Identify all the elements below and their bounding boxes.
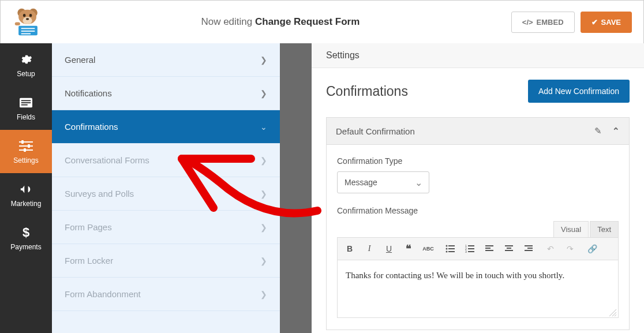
svg-rect-25	[448, 248, 455, 249]
svg-rect-42	[525, 250, 533, 251]
nav-marketing-label: Marketing	[11, 200, 42, 208]
save-button[interactable]: ✔ SAVE	[581, 12, 632, 33]
confirmation-accordion: Default Confirmation ✎ ⌃ Confirmation Ty…	[326, 117, 630, 330]
add-confirmation-button[interactable]: Add New Confirmation	[528, 80, 630, 103]
sliders-icon	[19, 139, 33, 153]
align-left-icon[interactable]	[482, 241, 497, 256]
nav-settings-label: Settings	[13, 156, 38, 164]
svg-rect-33	[468, 251, 474, 252]
content-header: Settings	[312, 43, 644, 68]
sub-general[interactable]: General ❯	[52, 43, 280, 77]
list-icon	[19, 96, 33, 110]
section-title-row: Confirmations Add New Confirmation	[326, 80, 630, 103]
numbered-list-icon[interactable]: 123	[462, 241, 477, 256]
preview-gap	[280, 43, 312, 333]
bold-icon[interactable]: B	[342, 241, 357, 256]
chevron-right-icon: ❯	[260, 290, 267, 299]
embed-button[interactable]: </> EMBED	[511, 12, 575, 33]
embed-label: EMBED	[537, 18, 564, 27]
svg-rect-13	[21, 100, 31, 101]
sub-confirmations[interactable]: Confirmations ⌄	[52, 110, 280, 144]
svg-rect-35	[485, 248, 491, 249]
svg-rect-10	[21, 33, 31, 35]
accordion-actions: ✎ ⌃	[594, 126, 620, 136]
section-title: Confirmations	[326, 84, 408, 99]
tab-text[interactable]: Text	[590, 221, 619, 237]
redo-icon[interactable]: ↷	[563, 241, 578, 256]
settings-subpanel[interactable]: General ❯ Notifications ❯ Confirmations …	[52, 43, 280, 333]
sub-form-pages-label: Form Pages	[65, 222, 112, 232]
check-icon: ✔	[591, 18, 598, 27]
chevron-down-icon: ⌄	[260, 122, 267, 132]
svg-rect-15	[21, 104, 28, 105]
nav-payments-label: Payments	[10, 243, 41, 251]
editor-section: Confirmation Message Visual Text B I U ❝…	[337, 206, 619, 318]
editor-toolbar: B I U ❝ ABC 123	[337, 237, 619, 260]
svg-point-4	[23, 14, 26, 17]
sub-form-abandonment-label: Form Abandonment	[65, 289, 141, 299]
svg-rect-36	[485, 250, 493, 251]
strikethrough-icon[interactable]: ABC	[421, 241, 436, 256]
svg-rect-17	[19, 145, 33, 147]
svg-rect-8	[21, 28, 35, 29]
svg-rect-20	[28, 144, 30, 148]
sub-general-label: General	[65, 55, 95, 65]
editor-content: Thanks for contacting us! We will be in …	[346, 271, 564, 280]
svg-point-22	[446, 245, 448, 247]
resize-handle-icon[interactable]	[609, 309, 616, 316]
nav-payments[interactable]: $ Payments	[0, 216, 52, 260]
align-center-icon[interactable]	[501, 241, 516, 256]
accordion-title: Default Confirmation	[336, 126, 415, 136]
svg-point-5	[29, 14, 32, 17]
nav-setup[interactable]: Setup	[0, 43, 52, 87]
bullet-list-icon[interactable]	[443, 241, 458, 256]
nav-marketing[interactable]: Marketing	[0, 173, 52, 216]
type-select-wrap: Message ⌄	[337, 171, 429, 193]
undo-icon[interactable]: ↶	[543, 241, 558, 256]
sub-form-locker[interactable]: Form Locker ❯	[52, 244, 280, 278]
sub-surveys-label: Surveys and Polls	[65, 189, 134, 199]
svg-rect-38	[507, 248, 511, 249]
link-icon[interactable]: 🔗	[585, 241, 600, 256]
sub-notifications[interactable]: Notifications ❯	[52, 77, 280, 110]
svg-rect-23	[448, 245, 455, 246]
chevron-up-icon[interactable]: ⌃	[612, 126, 620, 136]
italic-icon[interactable]: I	[362, 241, 377, 256]
align-right-icon[interactable]	[521, 241, 536, 256]
bullhorn-icon	[19, 182, 33, 196]
accordion-header[interactable]: Default Confirmation ✎ ⌃	[327, 118, 629, 145]
nav-settings[interactable]: Settings	[0, 130, 52, 173]
quote-icon[interactable]: ❝	[401, 241, 416, 256]
dollar-icon: $	[19, 226, 33, 240]
main-nav: Setup Fields Settings Marketing $ Paymen…	[0, 43, 52, 333]
sub-conversational[interactable]: Conversational Forms ❯	[52, 144, 280, 177]
svg-rect-16	[19, 141, 33, 143]
underline-icon[interactable]: U	[381, 241, 396, 256]
sub-form-abandonment[interactable]: Form Abandonment ❯	[52, 278, 280, 311]
content-body: Confirmations Add New Confirmation Defau…	[312, 68, 644, 333]
editing-prefix: Now editing	[201, 16, 252, 27]
svg-rect-27	[448, 251, 455, 252]
chevron-right-icon: ❯	[260, 89, 267, 98]
editor-textarea[interactable]: Thanks for contacting us! We will be in …	[337, 260, 619, 318]
pencil-icon[interactable]: ✎	[594, 126, 602, 136]
svg-rect-40	[525, 245, 533, 246]
chevron-right-icon: ❯	[260, 189, 267, 199]
save-label: SAVE	[601, 18, 621, 27]
svg-rect-41	[527, 248, 533, 249]
gear-icon	[19, 53, 33, 66]
chevron-right-icon: ❯	[260, 55, 267, 65]
svg-rect-21	[24, 148, 26, 152]
code-icon: </>	[522, 18, 533, 27]
svg-point-26	[446, 251, 448, 253]
type-select[interactable]: Message	[337, 171, 429, 193]
sub-notifications-label: Notifications	[65, 88, 112, 98]
form-name: Change Request Form	[255, 16, 360, 27]
svg-rect-37	[505, 245, 513, 246]
page-title: Now editing Change Request Form	[55, 16, 506, 28]
sub-surveys[interactable]: Surveys and Polls ❯	[52, 177, 280, 211]
svg-text:3: 3	[465, 250, 467, 253]
nav-fields[interactable]: Fields	[0, 87, 52, 130]
sub-form-pages[interactable]: Form Pages ❯	[52, 211, 280, 244]
tab-visual[interactable]: Visual	[553, 221, 589, 237]
